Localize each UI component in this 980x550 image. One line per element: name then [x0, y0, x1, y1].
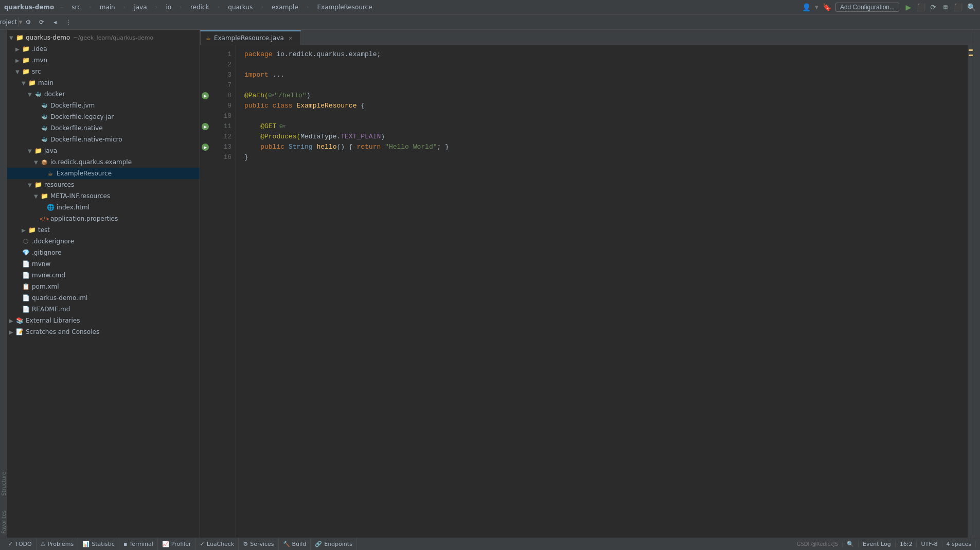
tree-item-package[interactable]: ▼ 📦 io.redick.quarkus.example: [7, 156, 200, 168]
tree-item-mvn[interactable]: ▶ 📁 .mvn: [7, 55, 200, 66]
run-button[interactable]: ▶: [903, 2, 914, 12]
tree-item-metainf[interactable]: ▼ 📁 META-INF.resources: [7, 190, 200, 202]
kw-public-class: public: [244, 101, 273, 111]
status-services[interactable]: ⚙ Services: [239, 538, 278, 550]
tree-item-dockerfile-jvm[interactable]: ▶ 🐳 Dockerfile.jvm: [7, 100, 200, 111]
index-html-label: index.html: [57, 204, 90, 211]
tree-item-mvnwcmd[interactable]: ▶ 📄 mvnw.cmd: [7, 270, 200, 281]
dockerfile-native-label: Dockerfile.native: [50, 125, 103, 132]
tree-item-java[interactable]: ▼ 📁 java: [7, 145, 200, 156]
tree-item-resources[interactable]: ▼ 📁 resources: [7, 179, 200, 190]
editor-tab-ExampleResource[interactable]: ☕ ExampleResource.java ✕: [200, 30, 301, 45]
run-gutter-icon-8[interactable]: ▶: [202, 92, 209, 99]
more-button[interactable]: ⬛: [953, 2, 963, 12]
get-glyph: ☊: [276, 121, 282, 132]
status-indent[interactable]: 4 spaces: [942, 541, 976, 547]
nav-redick[interactable]: redick: [188, 3, 211, 12]
stop-button[interactable]: ⬛: [916, 2, 926, 12]
docker-icon: 🐳: [34, 90, 42, 98]
top-nav-right: 👤 ▼ 🔖 Add Configuration... ▶ ⬛ ⟳ ▦ ⬛ 🔍: [802, 2, 976, 12]
add-configuration-button[interactable]: Add Configuration...: [835, 3, 899, 12]
tree-item-docker[interactable]: ▼ 🐳 docker: [7, 88, 200, 100]
bookmark-icon[interactable]: 🔖: [823, 3, 831, 11]
tree-item-mvnw[interactable]: ▶ 📄 mvnw: [7, 258, 200, 270]
toolbar-more-icon[interactable]: ⋮: [62, 16, 75, 28]
tree-item-scratches[interactable]: ▶ 📝 Scratches and Consoles: [7, 326, 200, 338]
tree-item-dockerfile-native-micro[interactable]: ▶ 🐳 Dockerfile.native-micro: [7, 134, 200, 145]
tree-item-main[interactable]: ▼ 📁 main: [7, 77, 200, 88]
tree-item-dockerfile-legacy[interactable]: ▶ 🐳 Dockerfile.legacy-jar: [7, 111, 200, 122]
tree-item-appprops[interactable]: ▶ </> application.properties: [7, 213, 200, 224]
status-profiler[interactable]: 📈 Profiler: [158, 538, 196, 550]
status-build[interactable]: 🔨 Build: [279, 538, 311, 550]
run-gutter-icon-11[interactable]: ▶: [202, 123, 209, 130]
tree-item-src[interactable]: ▼ 📁 src: [7, 66, 200, 77]
status-event-log[interactable]: Event Log: [859, 541, 896, 547]
java-folder-icon: 📁: [34, 147, 42, 155]
user-dropdown-arrow[interactable]: ▼: [815, 5, 818, 10]
code-line-13: public String hello() { return "Hello Wo…: [244, 142, 968, 152]
nav-example[interactable]: example: [270, 3, 300, 12]
tree-item-test[interactable]: ▶ 📁 test: [7, 224, 200, 236]
search-icon[interactable]: 🔍: [967, 3, 976, 11]
gutter-16: [200, 152, 210, 163]
tree-arrow-idea: ▶: [15, 46, 22, 52]
build-button[interactable]: ▦: [940, 2, 951, 12]
status-encoding[interactable]: UTF-8: [917, 541, 942, 547]
nav-main[interactable]: main: [98, 3, 117, 12]
nav-quarkus[interactable]: quarkus: [226, 3, 255, 12]
todo-icon: ✓: [8, 541, 13, 547]
code-editor: ▶ ▶ ▶ 1 2 3 7 8 9 10: [200, 45, 974, 538]
gutter-7: [200, 80, 210, 91]
status-terminal[interactable]: ▪ Terminal: [119, 538, 158, 550]
kw-import: import: [244, 70, 273, 80]
status-git-info[interactable]: GSDI @RedickJS: [793, 541, 843, 547]
tree-item-ExampleResource[interactable]: ▶ ☕ ExampleResource: [7, 168, 200, 179]
tree-item-dockerignore[interactable]: ▶ ⬡ .dockerignore: [7, 236, 200, 247]
string-hello-world: "Hello World": [385, 142, 437, 152]
code-line-9: public class ExampleResource {: [244, 101, 968, 111]
status-position[interactable]: 16:2: [896, 541, 917, 547]
nav-java[interactable]: java: [132, 3, 149, 12]
tree-item-quarkus-demo[interactable]: ▼ 📁 quarkus-demo ~/geek_learn/quarkus-de…: [7, 32, 200, 43]
run-gutter-icon-13[interactable]: ▶: [202, 144, 209, 151]
toolbar-collapse-icon[interactable]: ◂: [49, 16, 61, 28]
code-content-area[interactable]: package io.redick.quarkus.example; impor…: [236, 45, 968, 538]
status-problems[interactable]: ⚠ Problems: [37, 538, 79, 550]
status-statistic[interactable]: 📊 Statistic: [78, 538, 119, 550]
favorites-label[interactable]: Favorites: [0, 500, 7, 538]
text-plain-const: TEXT_PLAIN: [341, 132, 381, 142]
nav-io[interactable]: io: [164, 3, 173, 12]
restart-button[interactable]: ⟳: [928, 2, 938, 12]
main-area: Structure Favorites ▼ 📁 quarkus-demo ~/g…: [0, 30, 980, 538]
toolbar-sync-icon[interactable]: ⟳: [35, 16, 48, 28]
tree-item-readme[interactable]: ▶ 📄 README.md: [7, 304, 200, 315]
tree-item-index-html[interactable]: ▶ 🌐 index.html: [7, 202, 200, 213]
tree-arrow-metainf: ▼: [34, 193, 40, 199]
path-value: "/hello": [274, 91, 306, 101]
tree-item-iml[interactable]: ▶ 📄 quarkus-demo.iml: [7, 292, 200, 304]
tree-item-external-libs[interactable]: ▶ 📚 External Libraries: [7, 315, 200, 326]
editor-tab-bar: ☕ ExampleResource.java ✕: [200, 30, 974, 45]
tree-item-idea[interactable]: ▶ 📁 .idea: [7, 43, 200, 55]
status-endpoints[interactable]: 🔗 Endpoints: [311, 538, 357, 550]
indent-label: 4 spaces: [947, 541, 972, 547]
project-dropdown-button[interactable]: Project ▼: [3, 16, 15, 28]
linenum-7: 7: [210, 80, 231, 91]
nav-src[interactable]: src: [69, 3, 83, 12]
tree-arrow-test: ▶: [22, 227, 28, 233]
gutter-11: ▶: [200, 121, 210, 132]
status-search[interactable]: 🔍: [843, 541, 859, 547]
toolbar-settings-icon[interactable]: ⚙: [22, 16, 34, 28]
status-todo[interactable]: ✓ TODO: [4, 538, 37, 550]
test-label: test: [38, 226, 50, 234]
status-luacheck[interactable]: ✓ LuaCheck: [196, 538, 239, 550]
tree-item-dockerfile-native[interactable]: ▶ 🐳 Dockerfile.native: [7, 122, 200, 134]
structure-label[interactable]: Structure: [0, 456, 7, 500]
dockerfile-native-micro-icon: 🐳: [40, 135, 48, 144]
annotation-produces: @Produces(: [260, 132, 300, 142]
tree-item-pom[interactable]: ▶ 📋 pom.xml: [7, 281, 200, 292]
tab-close-button[interactable]: ✕: [287, 34, 294, 42]
xml-icon: </>: [40, 215, 48, 223]
tree-item-gitignore[interactable]: ▶ 💎 .gitignore: [7, 247, 200, 258]
